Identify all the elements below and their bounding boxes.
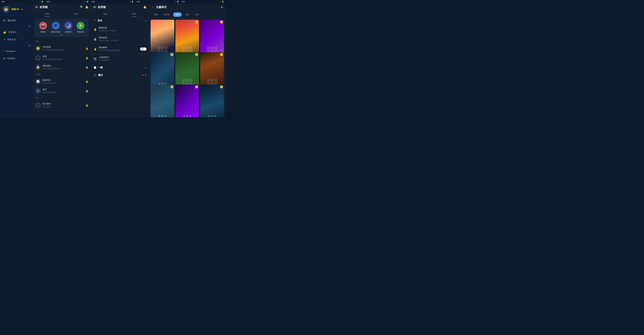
icons-3: ⬡ 🔋 [130,1,134,3]
list-item-email[interactable]: ✉ 电子邮件 第三方应用 🔒 [33,100,91,110]
hamburger-menu-right[interactable] [93,6,96,8]
theme-card-underwater[interactable]: Z [200,84,224,117]
unlock-icon: 🔒 [93,28,97,31]
email-info: 电子邮件 第三方应用 [43,102,84,108]
notify-desc: 保护已锁定应用的通知 [43,68,84,70]
theme-card-train[interactable]: Z [150,84,174,117]
list-item-privacy-notify[interactable]: 🔔 隐私通知 保护已锁定应用的通知 🔒 [33,62,91,72]
facebook-icon: f [3,50,4,53]
time-2: 9:01 [46,1,50,2]
bell-icon-right[interactable]: 🔔 [143,6,146,9]
preferences-icon: ⚙ [3,19,5,22]
feature-power[interactable]: ⚡ 省电模式 [76,22,84,33]
theme-badge-5: Z [195,53,198,56]
power-icon: ⚡ [76,22,84,30]
list-item-phone-manager[interactable]: 😐 手机管家 防止重要权限被更改或关闭 🔒 [33,44,91,53]
filter-tab-all[interactable]: 所有 [152,12,160,17]
list-item-settings[interactable]: ⚙ 设置 防止卸载或强制关闭应用 🔒 [33,53,91,62]
security-item-secret[interactable]: 🔒 密保设置 更新安全邮箱、安全问题 [91,34,149,44]
sidebar-expand-2[interactable]: ▼ [0,43,33,48]
secret-info: 密保设置 更新安全邮箱、安全问题 [99,36,146,42]
fingerprint-info: 指纹解锁 使用已登记的指纹解锁应用 [99,46,138,52]
feature-safe[interactable]: 📷 保险箱 [39,22,47,33]
filter-tab-recommended[interactable]: 推荐 [173,12,182,17]
filter-tab-art[interactable]: 艺术 [193,12,202,17]
notify-name: 隐私通知 [43,64,84,67]
themes-header: ← 主题样式 ⊞ [149,3,226,11]
feature-scene[interactable]: 🌙 情景模式 [64,22,72,33]
icons-4: ⬡ 🔋 [175,1,179,3]
vip-arrow-icon: ▶ [22,8,23,10]
email-desc: 第三方应用 [43,106,84,108]
filter-tab-romantic[interactable]: 浪漫 [183,12,192,17]
time-3: 9:01 [92,1,95,2]
magic-header[interactable]: 🎩 魔法 ∨ [91,72,149,79]
sidebar-label-contact: 联系我们 [7,57,16,60]
vip-label: 高级VIP [11,8,20,11]
feature-browser[interactable]: 👁 隐私浏览器 [51,22,60,33]
panels: 应用锁 🔍 🔔 隐私 保护 📷 保险箱 👁 隐私浏览器 [33,3,226,117]
tab-privacy-right[interactable]: 隐私 [91,11,120,17]
fingerprint-toggle[interactable] [140,48,146,51]
datasync-desc: 防止改变开关状态 [43,82,84,84]
security-header[interactable]: 🛡 安全 ∧ [91,17,149,24]
safe-icon: 📷 [39,22,47,30]
general-icon: 📋 [93,66,96,69]
panel-title-left: 应用锁 [40,5,78,9]
sidebar-item-contact[interactable]: ✉ 联系我们 [0,55,33,62]
tab-protection-right[interactable]: 保护 [120,11,149,17]
tab-protection-left[interactable]: 保护 [62,11,91,17]
sidebar-item-facebook[interactable]: f Facebook [0,48,33,55]
theme-card-neon[interactable]: Z [176,84,199,117]
search-icon-left[interactable]: 🔍 [80,6,83,9]
sidebar-expand-1[interactable]: ▼ [0,24,33,28]
magic-section: 🎩 魔法 ∨ [91,72,149,79]
unlock-info: 解锁设置 当前解锁方式: 图案锁 [99,26,146,32]
sidebar-item-preferences[interactable]: ⚙ 偏好设置 [0,17,33,24]
magic-title: 魔法 [98,74,140,77]
sidebar-item-support[interactable]: 👍 支持我们 [0,28,33,36]
main-layout: 👑 高级VIP ▶ ⚙ 偏好设置 ▼ 👍 支持我们 ↗ 推荐分享 ▼ f Fac… [0,3,226,117]
back-icon[interactable]: ← [152,6,154,9]
time-4: 9:01 [137,1,140,2]
themes-menu-icon[interactable]: ⊞ [221,6,223,9]
theme-bg-train [150,84,174,117]
tab-privacy-left[interactable]: 隐私 [33,11,62,17]
general-header[interactable]: 📋 一般 ∨ [91,64,149,71]
fingerprint-icon: 👆 [93,48,97,51]
svg-point-22 [184,115,185,117]
sidebar-item-share[interactable]: ↗ 推荐分享 [0,36,33,43]
browser-label: 隐私浏览器 [51,31,60,33]
bell-icon-left[interactable]: 🔔 [85,6,88,9]
security-item-intruder[interactable]: 📷 入侵者照片 给入侵者拍照 [91,54,149,64]
neon-pattern-svg [182,114,192,117]
magic-chevron-icon: ∨ [145,74,146,76]
theme-bg-underwater [200,84,224,117]
security-item-fingerprint[interactable]: 👆 指纹解锁 使用已登记的指纹解锁应用 [91,44,149,54]
intruder-desc: 给入侵者拍照 [99,59,146,62]
themes-panel: ← 主题样式 ⊞ 所有 已安装 推荐 浪漫 艺术 123 [149,3,226,117]
hamburger-menu-left[interactable] [35,6,38,8]
phone-manager-icon: 😐 [35,46,41,51]
sidebar-label-share: 推荐分享 [7,38,16,41]
status-seg-3: 9:01 ⬡ 🔋 [90,1,135,3]
feature-row: 📷 保险箱 👁 隐私浏览器 🌙 情景模式 ⚡ 省电模式 [34,19,89,37]
list-item-datasync[interactable]: 🔄 数据同步 防止改变开关状态 🔒 [33,77,91,86]
vip-crown-icon: 👑 [2,6,10,13]
themes-filter-tabs: 所有 已安装 推荐 浪漫 艺术 [149,11,226,18]
phone-manager-desc: 防止重要权限被更改或关闭 [43,49,84,51]
secret-title: 密保设置 [99,36,146,39]
bluetooth-info: 蓝牙 防止改变开关状态 [43,88,84,94]
section-switch: 开关锁 [33,72,91,77]
security-item-unlock[interactable]: 🔒 解锁设置 当前解锁方式: 图案锁 [91,24,149,34]
contact-icon: ✉ [3,57,5,60]
feature-dots [37,35,86,36]
intruder-icon: 📷 [93,57,97,60]
magic-dot-indicator [142,74,143,76]
list-item-bluetooth[interactable]: ✱ 蓝牙 防止改变开关状态 🔒 [33,86,91,96]
settings-app-info: 设置 防止卸载或强制关闭应用 [43,55,84,61]
datasync-name: 数据同步 [43,79,84,82]
lock-icon-bluetooth: 🔒 [86,90,88,92]
browser-icon: 👁 [52,22,60,30]
filter-tab-installed[interactable]: 已安装 [161,12,172,17]
